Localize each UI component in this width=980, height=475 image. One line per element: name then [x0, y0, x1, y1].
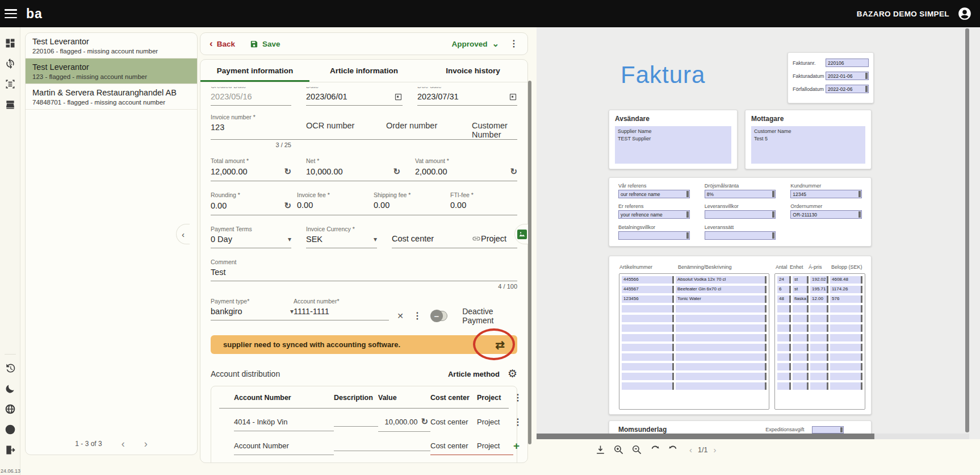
- account-distribution-table: Account Number Description Value Cost ce…: [211, 386, 517, 463]
- preview-vertical-scrollbar[interactable]: [965, 28, 969, 432]
- project-placeholder[interactable]: Project: [481, 234, 517, 243]
- vat-amount-field[interactable]: Vat amount * 2,000.00↻: [415, 157, 517, 181]
- back-button[interactable]: ‹ Back: [210, 40, 235, 48]
- list-item-invoice-220106[interactable]: Test Leverantor 220106 - flagged - missi…: [26, 33, 197, 59]
- cost-center-placeholder[interactable]: Cost center: [392, 234, 434, 243]
- invoice-list-panel: Test Leverantor 220106 - flagged - missi…: [25, 32, 198, 455]
- account-circle-icon[interactable]: [957, 6, 972, 21]
- due-date-field[interactable]: Due date 2023/07/31: [417, 87, 517, 106]
- document-scan-icon[interactable]: [5, 78, 16, 90]
- gear-icon[interactable]: ⚙: [508, 369, 517, 379]
- tab-payment-information[interactable]: Payment information: [200, 60, 309, 82]
- payment-terms-select[interactable]: Payment Terms 0 Day▾: [211, 226, 291, 248]
- meta-invoice-date-value: 2022-01-06: [826, 72, 869, 80]
- status-dropdown[interactable]: Approved ⌄: [451, 39, 499, 49]
- deactive-payment-toggle[interactable]: −: [431, 311, 447, 321]
- prev-page-icon[interactable]: ‹: [689, 445, 692, 455]
- tab-invoice-history[interactable]: Invoice history: [418, 60, 527, 82]
- zoom-in-icon[interactable]: [613, 444, 624, 455]
- invoice-number-field[interactable]: Invoice number * 123: [211, 114, 291, 139]
- form-scrollbar[interactable]: [528, 81, 531, 444]
- clear-account-icon[interactable]: ✕: [397, 311, 404, 320]
- page-navigation: ‹ 1/1 ›: [689, 445, 716, 455]
- fti-fee-field[interactable]: FTI-fee * 0.00: [450, 191, 517, 215]
- invoice-meta-box: Fakturanr. 220106 Fakturadatum 2022-01-0…: [788, 52, 874, 103]
- distribution-new-row[interactable]: Account Number Cost center Project +: [219, 440, 509, 457]
- warning-message: supplier need to synced with accounting …: [223, 340, 400, 349]
- menu-icon[interactable]: [5, 9, 17, 18]
- invoice-fee-field[interactable]: Invoice fee * 0.00: [297, 191, 368, 215]
- invoice-currency-select[interactable]: Invoice Currency * SEK▾: [306, 226, 377, 248]
- add-row-icon[interactable]: +: [513, 440, 520, 452]
- comment-field[interactable]: Comment Test: [211, 259, 517, 281]
- cost-center-project-field[interactable]: Cost center Project: [392, 226, 517, 248]
- zoom-out-icon[interactable]: [631, 444, 642, 455]
- preview-horizontal-scrollbar[interactable]: [537, 434, 969, 439]
- row-value[interactable]: 10,000.00: [385, 418, 418, 426]
- invoice-status: 74848701 - flagged - missing account num…: [32, 99, 190, 106]
- currency-sync-icon[interactable]: [5, 58, 16, 69]
- calendar-icon[interactable]: [509, 93, 517, 101]
- recalculate-icon[interactable]: ↻: [421, 416, 428, 427]
- dark-mode-moon-icon[interactable]: [5, 383, 16, 394]
- rotate-right-icon[interactable]: [650, 444, 660, 455]
- pos-printer-icon[interactable]: [5, 99, 16, 110]
- sync-warning-banner: supplier need to synced with accounting …: [211, 335, 517, 354]
- new-row-project[interactable]: Project: [477, 441, 513, 455]
- new-row-cost-center[interactable]: Cost center: [430, 441, 477, 455]
- more-options-icon[interactable]: ⋮: [509, 39, 518, 48]
- dashboard-icon[interactable]: [5, 38, 16, 49]
- table-options-icon[interactable]: ⋮: [513, 393, 522, 402]
- account-number-value: 1111-1111: [294, 307, 389, 320]
- row-description[interactable]: [334, 422, 378, 427]
- row-options-icon[interactable]: ⋮: [513, 418, 522, 427]
- total-amount-field[interactable]: Total amount * 12,000.00↻: [211, 157, 291, 181]
- recalculate-icon[interactable]: ↻: [284, 201, 291, 211]
- invoice-title: Faktura: [621, 61, 705, 89]
- tab-article-information[interactable]: Article information: [309, 60, 418, 82]
- link-icon[interactable]: [472, 234, 481, 243]
- sender-value: Supplier Name TEST Supplier: [615, 126, 731, 164]
- account-number-field[interactable]: Account number* 1111-1111: [294, 298, 389, 320]
- payment-options-icon[interactable]: ⋮: [413, 311, 422, 320]
- rounding-field[interactable]: Rounding * 0.00↻: [211, 191, 291, 215]
- shipping-fee-field[interactable]: Shipping fee * 0.00: [374, 191, 445, 215]
- customer-number-field[interactable]: Customer Number: [472, 114, 517, 139]
- distribution-row[interactable]: 4014 - Inköp Vin 10,000.00↻ Cost center …: [219, 416, 509, 432]
- pagination-next-icon[interactable]: ›: [144, 440, 148, 448]
- receiver-title: Mottagare: [751, 115, 865, 123]
- ref-field: your refrence name: [618, 210, 690, 219]
- recalculate-icon[interactable]: ↻: [393, 166, 400, 177]
- payment-type-select[interactable]: Payment type* bankgiro▾: [211, 298, 294, 320]
- row-account-number[interactable]: 4014 - Inköp Vin: [234, 418, 334, 431]
- new-row-value[interactable]: [378, 446, 430, 451]
- row-cost-center[interactable]: Cost center: [430, 418, 477, 431]
- list-item-invoice-123-selected[interactable]: Test Leverantor 123 - flagged - missing …: [26, 59, 197, 84]
- recalculate-icon[interactable]: ↻: [510, 166, 517, 177]
- new-row-account-input[interactable]: Account Number: [234, 441, 334, 455]
- ocr-number-field[interactable]: OCR number: [306, 114, 371, 139]
- row-project[interactable]: Project: [477, 418, 513, 431]
- rotate-left-icon[interactable]: [668, 444, 679, 455]
- sync-supplier-icon[interactable]: ⇄: [495, 338, 505, 352]
- col-artikelnummer: Artikelnummer: [619, 264, 652, 270]
- language-globe-icon[interactable]: [5, 403, 16, 415]
- articles-left-table: 445566Absolut Vodka 12x 70 cl 445567Beef…: [619, 273, 769, 410]
- ref-field: 12345: [790, 190, 862, 198]
- invoice-pdf-preview: Faktura Fakturanr. 220106 Fakturadatum 2…: [537, 27, 980, 439]
- order-number-field[interactable]: Order number: [386, 114, 457, 139]
- next-page-icon[interactable]: ›: [713, 445, 716, 455]
- logout-icon[interactable]: [5, 444, 16, 456]
- calendar-icon[interactable]: [394, 93, 403, 101]
- back-label: Back: [217, 40, 235, 48]
- invoice-date-field[interactable]: Date 2023/06/01: [306, 87, 403, 106]
- history-icon[interactable]: [5, 363, 16, 374]
- net-field[interactable]: Net * 10,000.00↻: [306, 157, 400, 181]
- list-item-invoice-74848701[interactable]: Martin & Servera Restauranghandel AB 748…: [26, 84, 197, 110]
- save-button[interactable]: Save: [250, 40, 280, 48]
- new-row-description[interactable]: [334, 446, 378, 451]
- pagination-prev-icon[interactable]: ‹: [122, 440, 125, 448]
- recalculate-icon[interactable]: ↻: [284, 166, 291, 177]
- download-icon[interactable]: [595, 444, 606, 455]
- help-lifering-icon[interactable]: [5, 424, 16, 435]
